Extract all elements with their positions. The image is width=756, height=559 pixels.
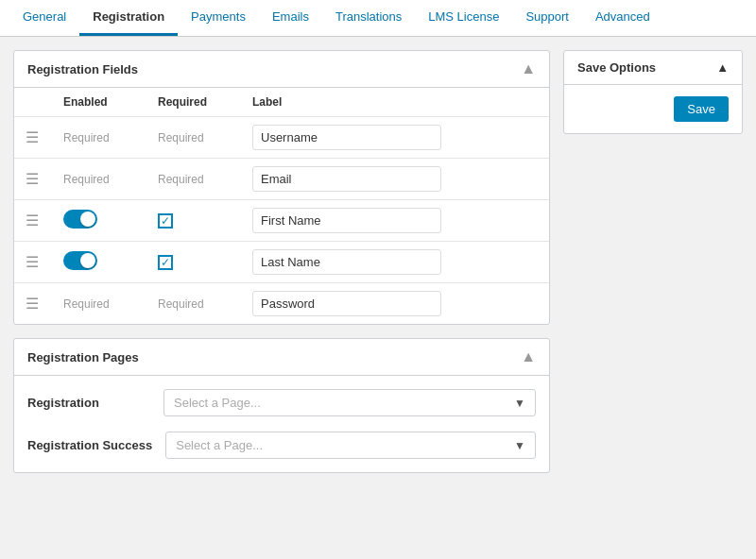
pages-collapse-icon[interactable]: ▲	[521, 348, 536, 365]
page-select-registration-success[interactable]: Select a Page... ▼	[165, 432, 536, 459]
registration-pages-title: Registration Pages	[27, 350, 139, 364]
nav-tabs: General Registration Payments Emails Tra…	[0, 0, 756, 37]
save-button[interactable]: Save	[674, 96, 729, 122]
page-row: Registration Select a Page... ▼	[27, 389, 536, 416]
table-row: ☰RequiredRequiredPassword	[14, 283, 549, 325]
required-text: Required	[158, 131, 204, 144]
registration-pages-panel: Registration Pages ▲ Registration Select…	[13, 338, 550, 473]
required-text: Required	[158, 297, 204, 311]
label-input[interactable]: First Name	[252, 208, 441, 233]
drag-handle[interactable]: ☰	[14, 242, 52, 283]
registration-fields-panel: Registration Fields ▲ Enabled Required L…	[13, 50, 550, 325]
required-checkbox[interactable]: ✓	[146, 200, 241, 242]
required-required: Required	[146, 117, 241, 159]
checkbox[interactable]: ✓	[158, 213, 173, 229]
tab-translations[interactable]: Translations	[322, 0, 415, 36]
save-options-header: Save Options ▲	[564, 51, 742, 85]
drag-handle[interactable]: ☰	[14, 159, 52, 200]
tab-support[interactable]: Support	[512, 0, 582, 36]
enabled-required: Required	[52, 283, 146, 325]
registration-fields-header: Registration Fields ▲	[14, 51, 549, 88]
table-row: ☰RequiredRequiredUsername	[14, 117, 549, 159]
required-text: Required	[63, 131, 110, 144]
page-label: Registration Success	[27, 438, 152, 452]
label-cell: Username	[241, 117, 549, 159]
toggle-knob	[80, 253, 95, 268]
toggle-knob	[80, 212, 95, 227]
tab-lms-license[interactable]: LMS License	[415, 0, 512, 36]
toggle-switch[interactable]	[63, 251, 97, 270]
save-options-title: Save Options	[577, 60, 656, 75]
table-row: ☰RequiredRequiredEmail	[14, 159, 549, 200]
checkbox[interactable]: ✓	[158, 255, 173, 270]
registration-pages-header: Registration Pages ▲	[14, 339, 549, 376]
table-row: ☰ ✓First Name	[14, 200, 549, 242]
label-cell: Password	[241, 283, 549, 325]
enabled-toggle[interactable]	[52, 200, 146, 242]
label-input[interactable]: Email	[252, 166, 441, 192]
fields-table: Enabled Required Label ☰RequiredRequired…	[14, 88, 549, 324]
pages-grid: Registration Select a Page... ▼ Registra…	[14, 376, 549, 472]
tab-general[interactable]: General	[9, 0, 79, 36]
toggle-switch[interactable]	[63, 210, 97, 229]
th-required: Required	[146, 88, 241, 117]
th-drag	[14, 88, 52, 117]
tab-emails[interactable]: Emails	[259, 0, 322, 36]
th-enabled: Enabled	[52, 88, 146, 117]
th-label: Label	[241, 88, 549, 117]
enabled-required: Required	[52, 117, 146, 159]
save-options-body: Save	[564, 85, 742, 133]
left-column: Registration Fields ▲ Enabled Required L…	[13, 50, 550, 473]
required-checkbox[interactable]: ✓	[146, 242, 241, 283]
required-required: Required	[146, 283, 241, 325]
page-row: Registration Success Select a Page... ▼	[27, 432, 536, 459]
collapse-icon[interactable]: ▲	[521, 60, 536, 77]
page-select-registration[interactable]: Select a Page... ▼	[163, 389, 536, 416]
table-row: ☰ ✓Last Name	[14, 242, 549, 283]
save-options-panel: Save Options ▲ Save	[563, 50, 743, 134]
required-text: Required	[63, 173, 110, 186]
chevron-down-icon: ▼	[514, 439, 525, 452]
registration-fields-title: Registration Fields	[27, 62, 138, 76]
enabled-toggle[interactable]	[52, 242, 146, 283]
page-label: Registration	[27, 396, 150, 410]
required-text: Required	[158, 173, 204, 186]
save-collapse-icon[interactable]: ▲	[716, 60, 729, 75]
drag-handle[interactable]: ☰	[14, 283, 52, 325]
drag-handle[interactable]: ☰	[14, 117, 52, 159]
label-cell: Last Name	[241, 242, 549, 283]
page-select-text: Select a Page...	[176, 438, 263, 452]
label-cell: First Name	[241, 200, 549, 242]
label-input[interactable]: Last Name	[252, 249, 441, 275]
chevron-down-icon: ▼	[514, 397, 525, 410]
main-layout: Registration Fields ▲ Enabled Required L…	[0, 37, 756, 486]
label-input[interactable]: Password	[252, 291, 441, 316]
enabled-required: Required	[52, 159, 146, 200]
right-column: Save Options ▲ Save	[563, 50, 743, 473]
tab-advanced[interactable]: Advanced	[582, 0, 663, 36]
required-text: Required	[63, 297, 110, 311]
tab-payments[interactable]: Payments	[178, 0, 259, 36]
tab-registration[interactable]: Registration	[79, 0, 178, 36]
required-required: Required	[146, 159, 241, 200]
page-select-text: Select a Page...	[174, 396, 261, 410]
label-input[interactable]: Username	[252, 125, 441, 150]
drag-handle[interactable]: ☰	[14, 200, 52, 242]
label-cell: Email	[241, 159, 549, 200]
